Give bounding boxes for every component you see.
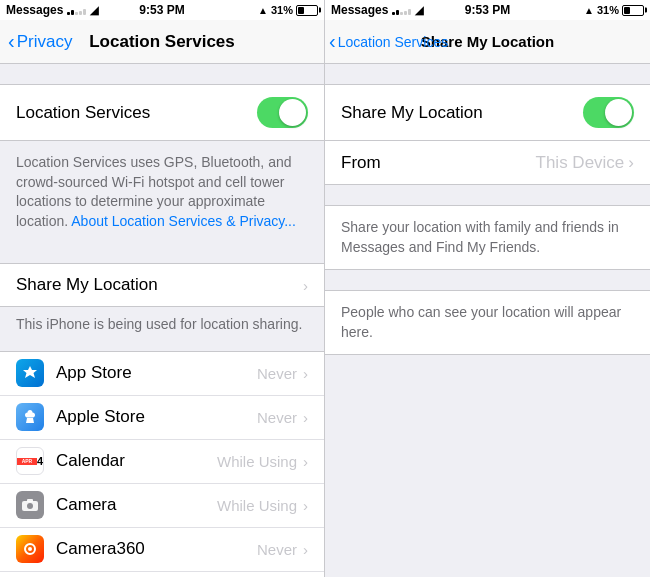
signal-bars-left: [67, 5, 86, 15]
location-toggle[interactable]: [257, 97, 308, 128]
bar3: [75, 12, 78, 15]
appstore-svg: [21, 364, 39, 382]
signal-bars-right: [392, 5, 411, 15]
from-value: This Device: [536, 153, 625, 173]
camera360-chevron: ›: [303, 541, 308, 558]
status-right-left: ▲ 31%: [258, 4, 318, 16]
right-panel: Messages ◢ 9:53 PM ▲ 31% ‹ Location Serv…: [325, 0, 650, 577]
appstore-value: Never: [257, 365, 297, 382]
calendar-day: 4: [37, 455, 43, 467]
battery-pct-right: 31%: [597, 4, 619, 16]
camera-icon: [16, 491, 44, 519]
battery-pct-left: 31%: [271, 4, 293, 16]
appstore-label: App Store: [56, 363, 257, 383]
back-label-right: Location Services: [338, 34, 449, 50]
camera-chevron: ›: [303, 497, 308, 514]
status-bar-right: Messages ◢ 9:53 PM ▲ 31%: [325, 0, 650, 20]
info-card-text: Share your location with family and frie…: [341, 218, 634, 257]
calendar-value: While Using: [217, 453, 297, 470]
bar5: [83, 9, 86, 15]
camera-svg: [21, 498, 39, 512]
about-link[interactable]: About Location Services & Privacy...: [71, 213, 296, 229]
nav-bar-right: ‹ Location Services Share My Location: [325, 20, 650, 64]
toggle-knob-share: [605, 99, 632, 126]
share-location-row[interactable]: Share My Location ›: [0, 263, 324, 307]
rbar1: [392, 12, 395, 15]
bar1: [67, 12, 70, 15]
camera360-value: Never: [257, 541, 297, 558]
nav-title-left: Location Services: [89, 32, 235, 52]
camera360-label: Camera360: [56, 539, 257, 559]
people-card-text: People who can see your location will ap…: [341, 303, 634, 342]
location-toggle-label: Location Services: [16, 103, 150, 123]
time-left: 9:53 PM: [139, 3, 184, 17]
applestore-chevron: ›: [303, 409, 308, 426]
app-name-left: Messages: [6, 3, 63, 17]
appstore-chevron: ›: [303, 365, 308, 382]
from-label: From: [341, 153, 381, 173]
back-chevron-right: ‹: [329, 30, 336, 53]
camera360-svg: [21, 540, 39, 558]
share-chevron: ›: [303, 277, 308, 294]
camera-label: Camera: [56, 495, 217, 515]
list-item-chrome[interactable]: Chrome While Using ›: [0, 572, 324, 577]
info-card: Share your location with family and frie…: [325, 205, 650, 270]
content-left: Location Services Location Services uses…: [0, 64, 324, 577]
svg-point-1: [27, 503, 33, 509]
list-item-calendar[interactable]: APR 4 Calendar While Using ›: [0, 440, 324, 484]
location-description: Location Services uses GPS, Bluetooth, a…: [0, 141, 324, 243]
applestore-label: Apple Store: [56, 407, 257, 427]
content-right: Share My Location From This Device › Sha…: [325, 64, 650, 577]
location-icon-right: ▲: [584, 5, 594, 16]
share-toggle[interactable]: [583, 97, 634, 128]
wifi-icon-left: ◢: [90, 4, 98, 17]
status-right-right: ▲ 31%: [584, 4, 644, 16]
left-panel: Messages ◢ 9:53 PM ▲ 31% ‹ Privacy Locat…: [0, 0, 325, 577]
time-right: 9:53 PM: [465, 3, 510, 17]
share-toggle-row: Share My Location: [325, 84, 650, 141]
share-location-label: Share My Location: [16, 275, 158, 295]
location-toggle-row: Location Services: [0, 84, 324, 141]
share-toggle-label: Share My Location: [341, 103, 483, 123]
calendar-icon: APR 4: [16, 447, 44, 475]
applestore-value: Never: [257, 409, 297, 426]
camera-value: While Using: [217, 497, 297, 514]
people-card: People who can see your location will ap…: [325, 290, 650, 355]
list-item-applestore[interactable]: Apple Store Never ›: [0, 396, 324, 440]
location-icon-left: ▲: [258, 5, 268, 16]
appstore-icon: [16, 359, 44, 387]
calendar-label: Calendar: [56, 451, 217, 471]
rbar4: [404, 11, 407, 15]
battery-icon-right: [622, 5, 644, 16]
list-item-appstore[interactable]: App Store Never ›: [0, 352, 324, 396]
camera360-icon: [16, 535, 44, 563]
calendar-month: APR: [22, 458, 33, 464]
apps-list: App Store Never › Apple Store Never ›: [0, 351, 324, 577]
status-left: Messages ◢: [6, 3, 98, 17]
battery-icon-left: [296, 5, 318, 16]
from-chevron: ›: [628, 153, 634, 173]
from-row[interactable]: From This Device ›: [325, 141, 650, 185]
rbar3: [400, 12, 403, 15]
rbar2: [396, 10, 399, 15]
rbar5: [408, 9, 411, 15]
bar2: [71, 10, 74, 15]
share-toggle-section: Share My Location: [325, 84, 650, 141]
back-button-left[interactable]: ‹ Privacy: [8, 31, 72, 53]
status-left-right: Messages ◢: [331, 3, 423, 17]
svg-point-4: [28, 547, 32, 551]
sharing-text: This iPhone is being used for location s…: [0, 307, 324, 351]
back-button-right[interactable]: ‹ Location Services: [329, 31, 448, 53]
applestore-icon: [16, 403, 44, 431]
applestore-svg: [21, 408, 39, 426]
battery-fill-right: [624, 7, 630, 14]
toggle-knob-location: [279, 99, 306, 126]
wifi-icon-right: ◢: [415, 4, 423, 17]
list-item-camera[interactable]: Camera While Using ›: [0, 484, 324, 528]
calendar-chevron: ›: [303, 453, 308, 470]
calendar-header: APR: [17, 458, 37, 465]
svg-rect-2: [27, 499, 33, 502]
app-name-right: Messages: [331, 3, 388, 17]
back-label-left: Privacy: [17, 32, 73, 52]
list-item-camera360[interactable]: Camera360 Never ›: [0, 528, 324, 572]
